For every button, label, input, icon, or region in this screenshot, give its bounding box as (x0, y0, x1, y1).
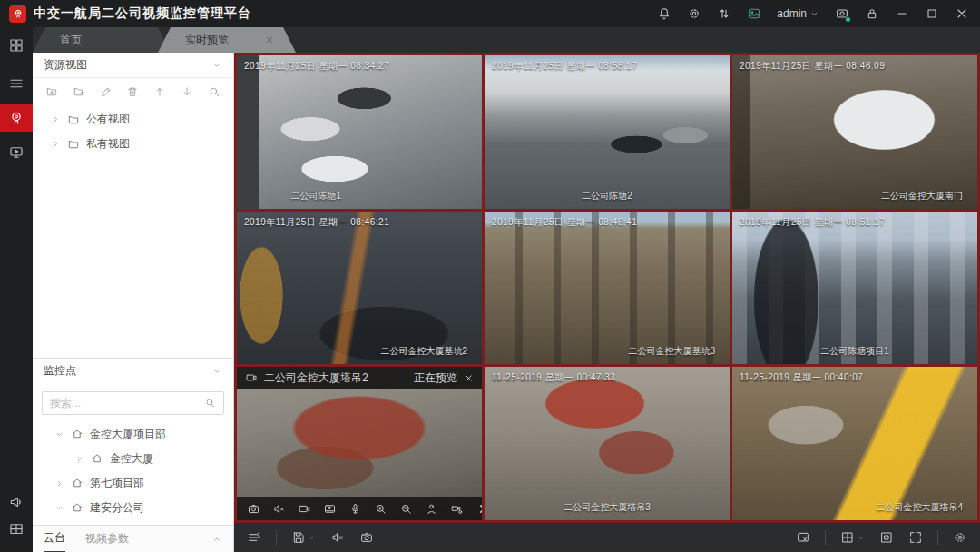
rail-item-live-camera[interactable] (0, 104, 33, 132)
zoom-3d-button[interactable] (399, 502, 413, 516)
tree-item-label: 第七项目部 (90, 476, 144, 491)
monitor-point-section: 监控点 金控大厦项目部金控大厦第七项目部建安分公司绿地项目北万社区天津陈塘项目部… (33, 358, 233, 552)
maximize-button[interactable] (925, 6, 939, 21)
playback-button[interactable] (323, 502, 337, 516)
search-input[interactable] (50, 397, 204, 409)
rail-item-wall-layout[interactable] (0, 516, 33, 543)
tab-live-preview[interactable]: 实时预览 (158, 27, 296, 53)
rail-item-broadcast[interactable] (0, 488, 33, 516)
snapshot-button[interactable] (359, 530, 374, 545)
osd-timestamp: 11-25-2019 星期一 00:47:33 (492, 371, 615, 384)
fullscreen-icon (908, 530, 923, 545)
video-tile-8[interactable]: 11-25-2019 星期一 00:47:33二公司金控大厦塔吊3 (485, 367, 730, 520)
tree-item-label: 建安分公司 (90, 500, 144, 516)
preset-button[interactable] (425, 502, 438, 516)
tile-close-icon[interactable] (464, 373, 474, 383)
video-tile-2[interactable]: 2019年11月25日 星期一 08:58:17二公司陈塘2 (485, 55, 730, 209)
mute-button[interactable] (330, 530, 345, 545)
rail-item-menu[interactable] (0, 70, 33, 97)
video-tile-6[interactable]: 2019年11月25日 星期一 08:51:17二公司陈塘项目1 (732, 212, 977, 365)
more-button[interactable] (475, 502, 482, 516)
ptz-tab-0[interactable]: 云台 (44, 526, 65, 552)
search-button[interactable] (208, 85, 220, 98)
chevron-down-icon (809, 9, 819, 19)
osd-timestamp: 2019年11月25日 星期一 08:46:41 (492, 216, 637, 229)
save-button[interactable] (291, 530, 316, 545)
record-button[interactable] (298, 502, 311, 516)
separator (276, 530, 277, 545)
chev-d-icon (54, 429, 64, 439)
chevron-down-icon (211, 366, 222, 377)
settings-gear-icon[interactable] (687, 6, 701, 21)
ptz-setup-button[interactable] (450, 502, 464, 516)
layout-button[interactable] (840, 530, 865, 545)
status-bar (234, 523, 980, 552)
ptz-tab-1[interactable]: 视频参数 (85, 526, 129, 552)
delete-button[interactable] (126, 85, 139, 98)
edit-button[interactable] (100, 85, 113, 98)
video-tile-1[interactable]: 2019年11月25日 星期一 08:34:27二公司陈塘1 (237, 55, 482, 209)
app-logo-icon (9, 5, 26, 23)
fullscreen-button[interactable] (908, 530, 923, 545)
online-status-dot (845, 16, 851, 23)
move-up-button[interactable] (153, 85, 166, 98)
tile-camera-name: 二公司金控大厦塔吊2 (264, 370, 368, 386)
tab-home[interactable]: 首页 (33, 27, 171, 53)
search-box (42, 391, 224, 415)
screenshot-status-icon[interactable] (835, 6, 849, 21)
resource-view-header[interactable]: 资源视图 (33, 53, 233, 78)
monitor-point-header[interactable]: 监控点 (33, 359, 233, 384)
video-tile-3[interactable]: 2019年11月25日 星期一 08:46:09二公司金控大厦南门 (732, 55, 977, 209)
folder-new-button[interactable] (73, 85, 85, 98)
notification-bell-icon[interactable] (657, 6, 671, 21)
wall-layout-icon (8, 521, 24, 537)
settings-button[interactable] (953, 530, 967, 545)
search-icon (208, 85, 220, 98)
stream-button[interactable] (247, 530, 261, 545)
chev-r-icon (51, 114, 61, 124)
resource-tree-spacer (33, 163, 233, 358)
rail-item-apps-grid[interactable] (0, 32, 33, 59)
video-tile-4[interactable]: 2019年11月25日 星期一 08:46:21二公司金控大厦基坑2 (237, 212, 482, 365)
video-tile-9[interactable]: 11-25-2019 星期一 00:40:07二公司金控大厦塔吊4 (732, 367, 977, 520)
video-tile-5[interactable]: 2019年11月25日 星期一 08:46:41二公司金控大厦基坑3 (485, 212, 730, 365)
save-icon (291, 530, 306, 545)
tab-close-icon[interactable] (265, 35, 274, 44)
monitor-tree-item[interactable]: 金控大厦项目部 (33, 422, 233, 447)
rail-item-video-wall[interactable] (0, 139, 33, 166)
tree-item-label: 私有视图 (86, 136, 130, 152)
tree-item-label: 金控大厦项目部 (90, 427, 166, 442)
titlebar-actions: admin (657, 6, 969, 21)
close-all-button[interactable] (796, 530, 810, 545)
osd-camera-name: 二公司金控大厦南门 (881, 190, 963, 202)
preview-status-label: 正在预览 (414, 370, 457, 386)
lock-icon[interactable] (865, 6, 879, 21)
search-icon[interactable] (204, 397, 216, 409)
minimize-button[interactable] (895, 6, 909, 21)
resource-tree-item[interactable]: 私有视图 (33, 132, 233, 156)
user-menu[interactable]: admin (777, 7, 819, 20)
snapshot-button[interactable] (247, 502, 260, 516)
monitor-tree-item[interactable]: 第七项目部 (33, 471, 233, 496)
monitor-tree-item[interactable]: 建安分公司 (33, 496, 233, 520)
mute-button[interactable] (272, 502, 286, 516)
video-grid: 2019年11月25日 星期一 08:34:27二公司陈塘12019年11月25… (234, 53, 980, 523)
video-tile-7[interactable]: 二公司金控大厦塔吊2正在预览 (237, 367, 482, 520)
mic-button[interactable] (348, 502, 362, 516)
close-button[interactable] (955, 6, 969, 21)
message-image-icon[interactable] (747, 6, 761, 21)
move-down-button[interactable] (181, 85, 193, 98)
monitor-tree-item[interactable]: 金控大厦 (33, 447, 233, 471)
layout-icon (840, 530, 855, 545)
user-name: admin (777, 7, 807, 20)
osd-timestamp: 11-25-2019 星期一 00:40:07 (740, 371, 863, 384)
single-button[interactable] (879, 530, 894, 545)
delete-icon (126, 85, 139, 98)
resource-tree-item[interactable]: 公有视图 (33, 107, 233, 132)
zoom-in-button[interactable] (374, 502, 387, 516)
left-rail (0, 27, 33, 552)
osd-timestamp: 2019年11月25日 星期一 08:46:09 (740, 60, 885, 73)
monitor-point-title: 监控点 (44, 363, 76, 379)
folder-add-button[interactable] (45, 85, 58, 98)
traffic-sort-icon[interactable] (717, 6, 731, 21)
